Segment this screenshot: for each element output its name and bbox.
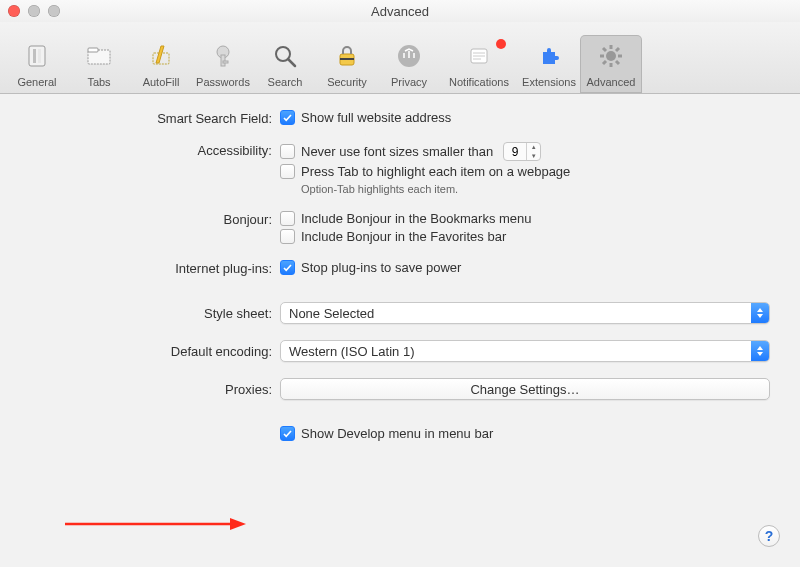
tab-extensions[interactable]: Extensions bbox=[518, 35, 580, 93]
general-icon bbox=[20, 39, 54, 73]
notifications-icon bbox=[462, 39, 496, 73]
svg-rect-8 bbox=[223, 61, 228, 63]
encoding-select[interactable]: Western (ISO Latin 1) bbox=[280, 340, 770, 362]
bonjour-label: Bonjour: bbox=[30, 211, 280, 227]
tab-label: Privacy bbox=[391, 76, 427, 88]
tab-passwords[interactable]: Passwords bbox=[192, 35, 254, 93]
advanced-icon bbox=[594, 39, 628, 73]
press-tab-checkbox[interactable] bbox=[280, 164, 295, 179]
privacy-icon bbox=[392, 39, 426, 73]
svg-rect-0 bbox=[29, 46, 45, 66]
bonjour-favorites-label: Include Bonjour in the Favorites bar bbox=[301, 229, 506, 244]
tab-general[interactable]: General bbox=[6, 35, 68, 93]
tab-search[interactable]: Search bbox=[254, 35, 316, 93]
stepper-arrows[interactable]: ▲▼ bbox=[526, 143, 540, 160]
accessibility-hint: Option-Tab highlights each item. bbox=[301, 183, 770, 195]
button-label: Change Settings… bbox=[470, 382, 579, 397]
bonjour-favorites-checkbox[interactable] bbox=[280, 229, 295, 244]
develop-spacer bbox=[30, 426, 280, 427]
minimize-icon[interactable] bbox=[28, 5, 40, 17]
tab-label: Passwords bbox=[196, 76, 250, 88]
content-pane: Smart Search Field: Show full website ad… bbox=[0, 94, 800, 567]
tab-label: Extensions bbox=[522, 76, 576, 88]
tab-label: General bbox=[17, 76, 56, 88]
svg-line-25 bbox=[616, 48, 619, 51]
svg-line-26 bbox=[603, 61, 606, 64]
passwords-icon bbox=[206, 39, 240, 73]
develop-menu-label: Show Develop menu in menu bar bbox=[301, 426, 493, 441]
window-title: Advanced bbox=[371, 4, 429, 19]
tab-privacy[interactable]: Privacy bbox=[378, 35, 440, 93]
window-controls bbox=[8, 5, 60, 17]
proxies-label: Proxies: bbox=[30, 378, 280, 397]
svg-rect-1 bbox=[33, 49, 36, 63]
change-settings-button[interactable]: Change Settings… bbox=[280, 378, 770, 400]
chevron-updown-icon bbox=[751, 303, 769, 323]
tab-label: Security bbox=[327, 76, 367, 88]
security-icon bbox=[330, 39, 364, 73]
preferences-toolbar: General Tabs AutoFill Passwords Search bbox=[0, 22, 800, 94]
tab-label: Advanced bbox=[587, 76, 636, 88]
min-font-stepper[interactable]: ▲▼ bbox=[503, 142, 541, 161]
svg-point-18 bbox=[606, 51, 616, 61]
bonjour-bookmarks-label: Include Bonjour in the Bookmarks menu bbox=[301, 211, 532, 226]
annotation-arrow-icon bbox=[60, 514, 250, 534]
svg-line-24 bbox=[616, 61, 619, 64]
maximize-icon[interactable] bbox=[48, 5, 60, 17]
autofill-icon bbox=[144, 39, 178, 73]
svg-rect-4 bbox=[88, 48, 98, 52]
stop-plugins-checkbox[interactable] bbox=[280, 260, 295, 275]
svg-rect-2 bbox=[38, 49, 41, 63]
tab-label: Tabs bbox=[87, 76, 110, 88]
press-tab-label: Press Tab to highlight each item on a we… bbox=[301, 164, 570, 179]
accessibility-label: Accessibility: bbox=[30, 142, 280, 158]
tab-tabs[interactable]: Tabs bbox=[68, 35, 130, 93]
show-full-url-checkbox[interactable] bbox=[280, 110, 295, 125]
min-font-value[interactable] bbox=[504, 143, 526, 160]
tab-label: AutoFill bbox=[143, 76, 180, 88]
help-icon: ? bbox=[765, 528, 774, 544]
stylesheet-label: Style sheet: bbox=[30, 302, 280, 321]
stop-plugins-label: Stop plug-ins to save power bbox=[301, 260, 461, 275]
tab-security[interactable]: Security bbox=[316, 35, 378, 93]
bonjour-bookmarks-checkbox[interactable] bbox=[280, 211, 295, 226]
help-button[interactable]: ? bbox=[758, 525, 780, 547]
preferences-window: Advanced General Tabs AutoFill Passwo bbox=[0, 0, 800, 567]
stylesheet-select[interactable]: None Selected bbox=[280, 302, 770, 324]
min-font-checkbox[interactable] bbox=[280, 144, 295, 159]
tabs-icon bbox=[82, 39, 116, 73]
plugins-label: Internet plug-ins: bbox=[30, 260, 280, 276]
min-font-label: Never use font sizes smaller than bbox=[301, 144, 493, 159]
badge-icon bbox=[496, 39, 506, 49]
svg-marker-28 bbox=[230, 518, 246, 530]
encoding-value: Western (ISO Latin 1) bbox=[289, 344, 414, 359]
show-full-url-label: Show full website address bbox=[301, 110, 451, 125]
extensions-icon bbox=[532, 39, 566, 73]
tab-advanced[interactable]: Advanced bbox=[580, 35, 642, 93]
tab-autofill[interactable]: AutoFill bbox=[130, 35, 192, 93]
svg-line-10 bbox=[288, 59, 295, 66]
tab-notifications[interactable]: Notifications bbox=[440, 35, 518, 93]
smart-search-label: Smart Search Field: bbox=[30, 110, 280, 126]
titlebar: Advanced bbox=[0, 0, 800, 22]
stylesheet-value: None Selected bbox=[289, 306, 374, 321]
search-icon bbox=[268, 39, 302, 73]
svg-rect-12 bbox=[340, 58, 354, 60]
tab-label: Notifications bbox=[449, 76, 509, 88]
tab-label: Search bbox=[268, 76, 303, 88]
chevron-updown-icon bbox=[751, 341, 769, 361]
encoding-label: Default encoding: bbox=[30, 340, 280, 359]
develop-menu-checkbox[interactable] bbox=[280, 426, 295, 441]
svg-line-23 bbox=[603, 48, 606, 51]
close-icon[interactable] bbox=[8, 5, 20, 17]
